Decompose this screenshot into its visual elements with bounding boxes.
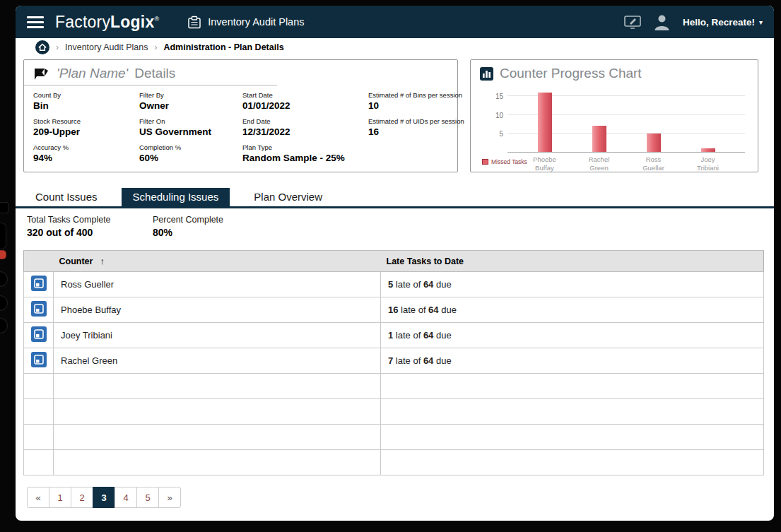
- counter-name: Ross Gueller: [54, 272, 381, 297]
- breadcrumb-separator: ›: [154, 42, 157, 52]
- plan-details-panel: 'Plan Name' Details Count ByBinFilter By…: [23, 59, 458, 172]
- detail-field: Completion %60%: [139, 143, 242, 163]
- breadcrumb: › Inventory Audit Plans › Administration…: [16, 38, 774, 57]
- chart-bar: [647, 134, 661, 152]
- app-logo: FactoryLogix®: [55, 13, 159, 32]
- chart-plot-area: 51015: [507, 89, 745, 153]
- user-avatar-icon[interactable]: [652, 13, 671, 31]
- table-row[interactable]: Ross Gueller5 late of 64 due: [24, 272, 764, 297]
- percent-complete-label: Percent Complete: [153, 215, 278, 225]
- counter-bin-icon: [31, 352, 47, 367]
- chart-bar: [701, 148, 715, 152]
- legend-label: Missed Tasks: [491, 158, 527, 165]
- counter-name: Rachel Green: [54, 348, 381, 374]
- task-summary: Total Tasks Complete 320 out of 400 Perc…: [16, 208, 774, 238]
- percent-complete-block: Percent Complete 80%: [153, 215, 278, 238]
- breadcrumb-parent[interactable]: Inventory Audit Plans: [65, 42, 148, 52]
- chart-panel-title: Counter Progress Chart: [471, 60, 758, 85]
- page-button-3[interactable]: 3: [93, 487, 115, 508]
- page-button-5[interactable]: 5: [136, 487, 159, 508]
- user-menu[interactable]: Hello, Recreate! ▾: [683, 17, 763, 28]
- tab-scheduling-issues[interactable]: Scheduling Issues: [122, 188, 230, 206]
- chart-bars: [507, 89, 745, 152]
- x-tick-label: RossGuellar: [626, 155, 681, 173]
- detail-field: Filter ByOwner: [139, 91, 242, 111]
- screen-edge-widget: [0, 295, 8, 311]
- plan-name-text: 'Plan Name': [57, 66, 128, 81]
- screen-edge-widget: [0, 271, 8, 287]
- page-button-1[interactable]: 1: [49, 487, 71, 508]
- summary-panels: 'Plan Name' Details Count ByBinFilter By…: [16, 59, 774, 172]
- legend-swatch: [482, 159, 488, 165]
- detail-field: Accuracy %94%: [33, 143, 139, 163]
- logo-text-light: Factory: [55, 13, 110, 31]
- table-row[interactable]: Joey Tribiani1 late of 64 due: [24, 323, 764, 348]
- scheduling-issues-table: Counter↑ Late Tasks to Date Ross Gueller…: [23, 250, 764, 475]
- first-page-button[interactable]: «: [27, 487, 49, 508]
- table-row[interactable]: Rachel Green7 late of 64 due: [24, 348, 764, 374]
- percent-complete-value: 80%: [153, 227, 278, 238]
- late-tasks-value: 16 late of 64 due: [381, 297, 764, 323]
- last-page-button[interactable]: »: [158, 487, 181, 508]
- detail-field: Plan TypeRandom Sample - 25%: [242, 143, 368, 163]
- late-tasks-value: 5 late of 64 due: [381, 272, 764, 297]
- detail-field: Estimated # of UIDs per session16: [368, 117, 464, 137]
- feedback-screen-icon[interactable]: [624, 16, 641, 29]
- chart-legend: Missed Tasks: [482, 158, 527, 165]
- empty-row: [24, 399, 764, 425]
- menu-icon[interactable]: [27, 16, 44, 28]
- page-button-4[interactable]: 4: [114, 487, 137, 508]
- breadcrumb-current: Administration - Plan Details: [163, 42, 283, 52]
- page-title: Inventory Audit Plans: [208, 16, 304, 28]
- tab-bar: Count IssuesScheduling IssuesPlan Overvi…: [16, 188, 774, 206]
- counter-bin-icon: [31, 276, 47, 291]
- details-text: Details: [134, 66, 175, 81]
- total-tasks-value: 320 out of 400: [27, 227, 153, 238]
- table-body: Ross Gueller5 late of 64 duePhoebe Buffa…: [24, 272, 764, 475]
- total-tasks-label: Total Tasks Complete: [27, 215, 153, 225]
- module-title: Inventory Audit Plans: [187, 16, 304, 29]
- table-header-row: Counter↑ Late Tasks to Date: [24, 251, 764, 272]
- empty-row: [24, 374, 764, 399]
- tab-count-issues[interactable]: Count Issues: [34, 188, 99, 206]
- screen-edge-widget: [0, 318, 8, 333]
- tab-plan-overview[interactable]: Plan Overview: [252, 188, 324, 206]
- detail-field: Filter OnUS Government: [139, 117, 242, 137]
- chart-x-labels: PhoebeBuffayRachelGreenRossGuellarJoeyTr…: [507, 155, 745, 173]
- plan-flag-icon: [33, 67, 50, 81]
- detail-field: Count ByBin: [33, 91, 139, 111]
- clipboard-icon: [187, 16, 201, 29]
- empty-row: [24, 425, 764, 450]
- pagination: «12345»: [27, 487, 774, 508]
- chart-bar: [592, 126, 606, 152]
- x-tick-label: JoeyTribiani: [681, 155, 735, 173]
- app-window: FactoryLogix® Inventory Audit Plans Hell…: [16, 6, 774, 521]
- registered-mark: ®: [154, 16, 159, 23]
- y-tick-label: 10: [488, 111, 503, 119]
- chart-bar: [538, 93, 552, 152]
- screen-edge-widget: [0, 202, 8, 213]
- late-tasks-value: 7 late of 64 due: [381, 348, 764, 374]
- plan-details-title: 'Plan Name' Details: [24, 60, 277, 85]
- counter-column-header[interactable]: Counter↑: [54, 251, 381, 272]
- table-row[interactable]: Phoebe Buffay16 late of 64 due: [24, 297, 764, 323]
- bar-chart-icon: [480, 67, 493, 81]
- icon-column-header: [24, 251, 54, 272]
- counter-name: Joey Tribiani: [54, 323, 381, 348]
- page-button-2[interactable]: 2: [71, 487, 93, 508]
- y-tick-label: 15: [488, 93, 503, 100]
- chart-title: Counter Progress Chart: [500, 66, 642, 81]
- breadcrumb-separator: ›: [56, 42, 59, 52]
- chart-panel: Counter Progress Chart 51015 PhoebeBuffa…: [470, 59, 758, 172]
- detail-field: Stock Resource209-Upper: [33, 117, 139, 137]
- home-icon[interactable]: [35, 40, 49, 54]
- detail-field: End Date12/31/2022: [242, 117, 368, 137]
- counter-bin-icon: [31, 326, 47, 342]
- detail-field: Estimated # of Bins per session10: [368, 91, 464, 111]
- late-tasks-column-header[interactable]: Late Tasks to Date: [381, 251, 764, 272]
- empty-row: [24, 450, 764, 475]
- screen-edge-widget-red: [0, 250, 6, 259]
- plan-detail-fields: Count ByBinFilter ByOwnerStart Date01/01…: [24, 85, 457, 163]
- y-tick-label: 5: [488, 129, 503, 137]
- counter-bin-icon: [31, 301, 47, 317]
